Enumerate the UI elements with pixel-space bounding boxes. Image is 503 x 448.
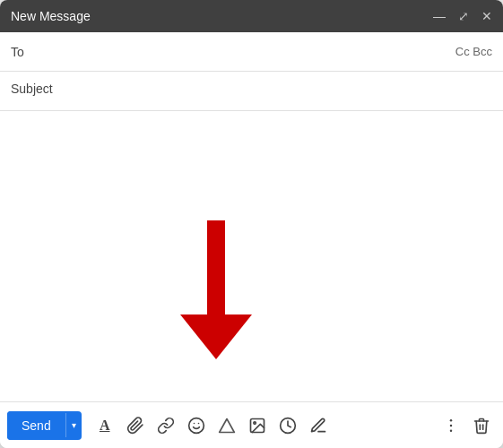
more-options-icon[interactable]: [437, 411, 465, 440]
to-label: To: [11, 45, 24, 59]
svg-point-10: [450, 424, 453, 426]
svg-point-2: [188, 418, 204, 433]
schedule-send-icon[interactable]: [273, 411, 302, 440]
window-title: New Message: [11, 9, 91, 23]
compose-window: New Message — ⤢ ✕ To Cc Bcc Send ▾: [0, 0, 503, 448]
svg-point-7: [254, 421, 256, 424]
link-icon[interactable]: [152, 411, 180, 440]
signature-icon[interactable]: [304, 411, 333, 440]
svg-point-9: [450, 418, 453, 421]
toolbar: Send ▾ A: [0, 401, 503, 448]
drive-icon[interactable]: [212, 411, 241, 440]
svg-point-11: [450, 429, 453, 432]
send-dropdown-button[interactable]: ▾: [65, 413, 82, 437]
title-bar: New Message — ⤢ ✕: [0, 0, 503, 32]
send-button[interactable]: Send: [7, 411, 65, 440]
send-button-group: Send ▾: [7, 411, 82, 440]
delete-icon[interactable]: [467, 411, 496, 440]
attach-icon[interactable]: [121, 411, 150, 440]
svg-rect-0: [207, 220, 225, 314]
red-arrow: [180, 220, 252, 364]
format-text-icon[interactable]: A: [91, 411, 119, 440]
cc-bcc-button[interactable]: Cc Bcc: [455, 45, 492, 58]
to-row: To Cc Bcc: [0, 32, 503, 72]
subject-row: [0, 72, 503, 111]
svg-marker-1: [180, 314, 252, 359]
close-button[interactable]: ✕: [481, 10, 492, 22]
body-input[interactable]: [11, 122, 492, 391]
window-controls: — ⤢ ✕: [433, 10, 492, 22]
subject-input[interactable]: [11, 82, 492, 96]
maximize-button[interactable]: ⤢: [458, 10, 469, 22]
body-area: [0, 111, 503, 401]
to-input[interactable]: [28, 45, 455, 59]
emoji-icon[interactable]: [182, 411, 211, 440]
photo-icon[interactable]: [243, 411, 272, 440]
svg-marker-5: [219, 418, 234, 432]
minimize-button[interactable]: —: [433, 10, 446, 22]
